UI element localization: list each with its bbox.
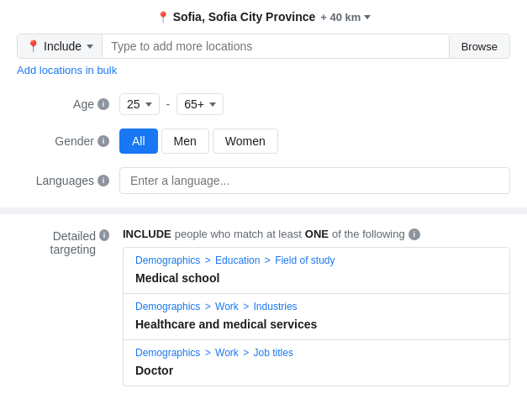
detailed-targeting-section: Detailed targeting i INCLUDE people who … <box>0 207 527 393</box>
age-max-value: 65+ <box>184 97 204 111</box>
age-min-select[interactable]: 25 <box>119 93 160 115</box>
gender-row: Gender i All Men Women <box>0 122 527 160</box>
gender-all-button[interactable]: All <box>119 129 158 154</box>
location-input-row: 📍 Include Browse <box>17 34 510 59</box>
header-include: INCLUDE <box>123 228 171 240</box>
header-end: of the following <box>332 228 405 240</box>
list-item: Demographics > Work > Job titlesDoctor <box>124 340 509 386</box>
breadcrumb-link[interactable]: Demographics <box>135 301 200 312</box>
age-max-select[interactable]: 65+ <box>177 93 224 115</box>
languages-row: Languages i <box>0 160 527 201</box>
gender-women-button[interactable]: Women <box>213 129 278 154</box>
breadcrumb-link[interactable]: Demographics <box>135 347 200 359</box>
detailed-targeting-info-icon[interactable]: i <box>99 229 109 241</box>
detailed-targeting-header: INCLUDE people who match at least ONE of… <box>123 228 510 240</box>
add-bulk-link[interactable]: Add locations in bulk <box>17 64 510 76</box>
detailed-targeting-label: Detailed targeting i <box>17 228 109 386</box>
age-controls: 25 - 65+ <box>119 93 224 115</box>
pin-icon-sm: 📍 <box>26 39 40 53</box>
gender-label: Gender i <box>17 134 109 148</box>
targeting-box: Demographics > Education > Field of stud… <box>123 247 510 386</box>
location-bar: 📍 Sofia, Sofia City Province + 40 km <box>0 0 527 30</box>
browse-button[interactable]: Browse <box>449 35 509 58</box>
targeting-value: Doctor <box>135 362 498 379</box>
breadcrumb-link[interactable]: Industries <box>254 301 298 312</box>
age-min-chevron <box>145 102 152 107</box>
header-middle: people who match at least <box>175 228 302 240</box>
age-dash: - <box>166 97 171 111</box>
location-tag: 📍 Sofia, Sofia City Province + 40 km <box>156 10 372 24</box>
breadcrumb-link[interactable]: Education <box>215 255 260 266</box>
targeting-value: Healthcare and medical services <box>135 316 498 333</box>
targeting-value: Medical school <box>135 270 498 286</box>
age-info-icon[interactable]: i <box>97 98 109 110</box>
gender-controls: All Men Women <box>119 129 278 154</box>
pin-icon: 📍 <box>156 11 170 24</box>
languages-info-icon[interactable]: i <box>97 175 109 186</box>
header-one: ONE <box>305 228 329 240</box>
breadcrumb-link[interactable]: Job titles <box>254 347 293 359</box>
breadcrumb-link[interactable]: Work <box>215 301 239 312</box>
language-input[interactable] <box>119 167 510 194</box>
languages-label: Languages i <box>17 174 109 187</box>
gender-info-icon[interactable]: i <box>97 135 109 147</box>
breadcrumb-link[interactable]: Field of study <box>275 255 335 266</box>
chevron-down-icon[interactable] <box>364 15 371 19</box>
list-item: Demographics > Education > Field of stud… <box>124 248 509 294</box>
gender-men-button[interactable]: Men <box>161 129 209 154</box>
targeting-breadcrumb: Demographics > Work > Job titles <box>135 347 498 359</box>
age-max-chevron <box>209 102 216 107</box>
include-dropdown[interactable]: 📍 Include <box>18 34 103 58</box>
location-search-input[interactable] <box>103 34 448 58</box>
breadcrumb-link[interactable]: Work <box>215 347 239 359</box>
location-name: Sofia, Sofia City Province <box>173 10 316 24</box>
age-row: Age i 25 - 65+ <box>0 87 527 122</box>
age-min-value: 25 <box>127 97 140 111</box>
age-label: Age i <box>17 97 109 111</box>
breadcrumb-link[interactable]: Demographics <box>135 255 200 266</box>
list-item: Demographics > Work > IndustriesHealthca… <box>124 294 509 340</box>
targeting-breadcrumb: Demographics > Education > Field of stud… <box>135 255 498 266</box>
header-info-icon[interactable]: i <box>408 228 420 240</box>
targeting-breadcrumb: Demographics > Work > Industries <box>135 301 498 312</box>
include-chevron-icon <box>87 45 93 49</box>
detailed-targeting-content: INCLUDE people who match at least ONE of… <box>123 228 510 386</box>
include-label: Include <box>44 39 82 53</box>
location-distance: + 40 km <box>320 11 361 24</box>
